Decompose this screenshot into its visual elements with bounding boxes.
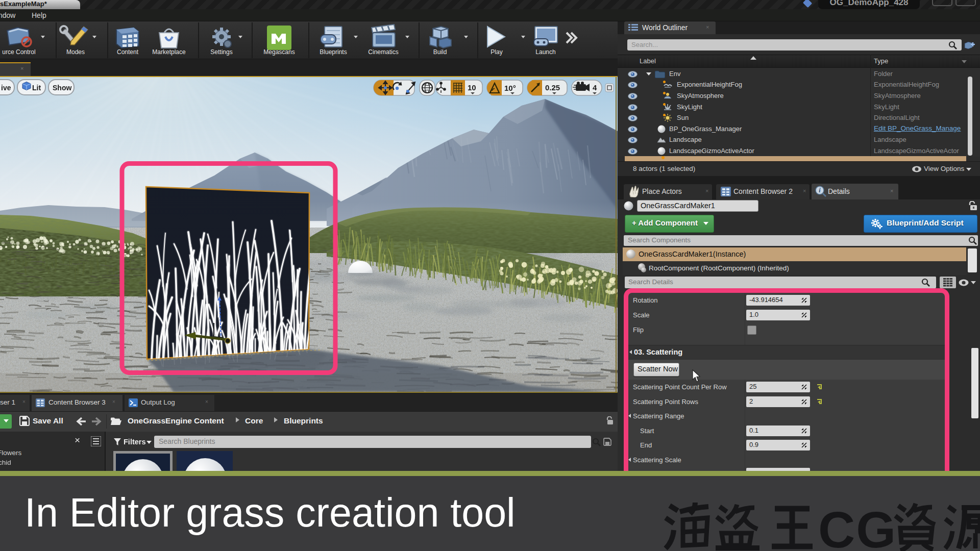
svg-text:10: 10 <box>468 83 476 92</box>
svg-text:0.25: 0.25 <box>545 83 560 92</box>
svg-text:ive: ive <box>1 84 11 92</box>
svg-text:Show: Show <box>53 84 71 92</box>
svg-text:4: 4 <box>593 83 597 92</box>
svg-text:Lit: Lit <box>32 84 41 92</box>
svg-text:CG: CG <box>818 501 897 551</box>
svg-text:10°: 10° <box>504 84 516 92</box>
